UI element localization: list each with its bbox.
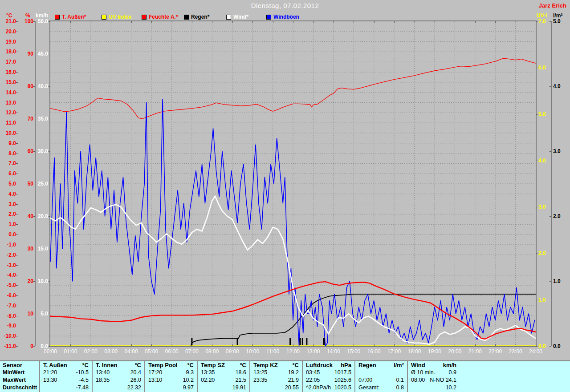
axis-line-rain — [551, 21, 552, 346]
hour-tick-bottom — [172, 344, 172, 346]
x-axis-label: 11:00 — [262, 348, 284, 355]
cell-value: 0.9 — [449, 369, 456, 376]
watermark-author: Jarz Erich — [539, 2, 566, 9]
axis-label-temp: -8.0 — [7, 312, 16, 319]
legend-swatch-windboeen — [266, 15, 271, 20]
axis-label-temp: -9.0 — [7, 322, 16, 329]
legend-swatch-feuchte — [142, 15, 147, 20]
legend-swatch-wind — [226, 15, 231, 20]
x-axis-label: 15:00 — [343, 348, 364, 355]
axis-label-temp: -4.0 — [7, 271, 16, 279]
hour-tick-top — [516, 21, 516, 23]
hour-tick-top — [70, 21, 71, 23]
x-axis-label: 20:00 — [444, 348, 465, 355]
legend-item-t-aussen: T. Außen* — [55, 14, 86, 20]
axis-label-temp: 14.0 — [6, 89, 16, 96]
axis-tick-wind — [49, 151, 50, 152]
table-row: Ø 10 min.0.9 — [408, 369, 460, 376]
cell-value: 1017.5 — [334, 369, 351, 376]
legend-swatch-regen — [184, 15, 189, 20]
sensor-unit: °C — [240, 361, 246, 369]
axis-tick-wind — [49, 86, 50, 87]
axis-label-hum: 60 — [28, 148, 33, 155]
table-row: 07:000.1 — [355, 376, 407, 384]
hour-tick-top — [334, 21, 334, 23]
legend-label: Feuchte A.* — [149, 14, 178, 20]
hour-tick-bottom — [70, 344, 71, 346]
x-axis-label: 12:00 — [282, 348, 304, 355]
table-row: 20.55 — [250, 384, 302, 392]
axis-label-wind: 45.0 — [38, 50, 48, 57]
legend-item-wind: Wind* — [226, 14, 248, 20]
axis-label-temp: 9.0 — [8, 140, 16, 147]
axis-label-temp: 17.0 — [6, 58, 16, 65]
hour-tick-top — [394, 21, 395, 23]
table-column-luftdruck: LuftdruckhPa03:451017.522:051025.6^2.0hP… — [302, 361, 354, 392]
sensor-name: Regen — [358, 361, 376, 369]
weather-chart-plot — [50, 21, 536, 346]
hour-tick-bottom — [495, 344, 496, 346]
hour-tick-top — [354, 21, 354, 23]
hour-tick-bottom — [455, 344, 455, 346]
hour-tick-top — [415, 21, 415, 23]
hour-tick-top — [172, 21, 172, 23]
table-row: Gesamt:0.8 — [355, 384, 407, 392]
sensor-unit: °C — [134, 361, 141, 369]
cell-value: -10.5 — [76, 369, 89, 376]
x-axis-label: 00:00 — [40, 348, 61, 355]
cell-value: 9.97 — [183, 384, 194, 392]
axis-label-temp: 11.0 — [6, 119, 16, 126]
hour-tick-bottom — [252, 344, 253, 346]
axis-label-temp: 2.0 — [8, 210, 16, 218]
cell-value: 26.0 — [130, 376, 141, 384]
legend-label: Regen* — [191, 14, 209, 20]
cell-value: 18.6 — [236, 369, 246, 376]
axis-tick-wind — [49, 216, 50, 217]
x-axis-label: 07:00 — [181, 348, 203, 355]
stats-row-label-min: MinWert — [0, 369, 39, 376]
axis-label-wind: 5.0 — [41, 310, 48, 317]
axis-label-hum: 90 — [28, 50, 33, 57]
legend-label: Wind* — [233, 14, 248, 20]
axis-tick-uv — [536, 114, 537, 115]
cell-time: 23:35 — [253, 376, 267, 384]
hour-tick-top — [293, 21, 293, 23]
sensor-unit: °C — [187, 361, 194, 369]
hour-tick-bottom — [212, 344, 212, 346]
table-row: ^2.0hPa/h1020.5 — [303, 384, 354, 392]
legend-item-feuchte: Feuchte A.* — [142, 14, 178, 20]
table-row: 22:051025.6 — [303, 376, 354, 384]
hour-tick-top — [252, 21, 253, 23]
axis-label-temp: 10.0 — [6, 129, 16, 137]
table-column-temp-kz: Temp KZ°C13:2519.223:3521.920.55 — [249, 361, 302, 392]
cell-value: -4.5 — [79, 376, 89, 384]
hour-tick-top — [273, 21, 273, 23]
table-column-temp-sz: Temp SZ°C13:3518.602:2021.519.91 — [197, 361, 249, 392]
table-column-t-innen: T. Innen°C13:4020.418:3526.022.32 — [92, 361, 144, 392]
x-axis-label: 05:00 — [141, 348, 162, 355]
table-column-wind: Windkm/hØ 10 min.0.908:00N-NO 24.110.2 — [407, 361, 460, 392]
table-column-header: Temp Pool°C — [145, 361, 197, 369]
table-column-header: T. Außen°C — [40, 361, 92, 369]
table-column-temp-pool: Temp Pool°C17:209.313:1010.29.97 — [144, 361, 197, 392]
table-row: 17:209.3 — [145, 369, 197, 376]
legend-label: Windböen — [273, 14, 299, 20]
x-axis-label: 21:00 — [464, 348, 486, 355]
axis-label-uv: 7.0 — [538, 18, 546, 25]
hour-tick-bottom — [475, 344, 476, 346]
legend-item-uv-index: UV Index — [102, 14, 131, 20]
axis-tick-uv — [536, 68, 537, 68]
axis-tick-wind — [49, 249, 50, 249]
axis-line-hum — [35, 21, 36, 346]
table-row: 23:3521.9 — [250, 376, 302, 384]
hour-tick-bottom — [232, 344, 233, 346]
cell-value: 10.2 — [446, 384, 456, 392]
axis-label-temp: -2.0 — [7, 251, 16, 259]
sensor-name: T. Außen — [43, 361, 67, 369]
table-row: 9.97 — [145, 384, 197, 392]
axis-label-temp: 7.0 — [8, 160, 16, 167]
hour-tick-top — [111, 21, 111, 23]
axis-label-temp: 1.0 — [8, 221, 16, 228]
axis-label-temp: 19.0 — [6, 38, 16, 45]
table-column-header: T. Innen°C — [93, 361, 144, 369]
